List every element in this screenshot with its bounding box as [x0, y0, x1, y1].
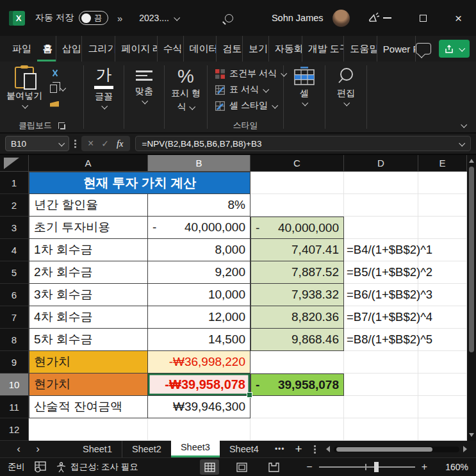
cell-c8[interactable]: 9,868.46: [250, 329, 344, 351]
cell-a4[interactable]: 1차 회수금: [29, 239, 148, 261]
cell-c11[interactable]: [250, 396, 344, 418]
column-header-a[interactable]: A: [29, 155, 148, 172]
row-header-5[interactable]: 5: [0, 261, 29, 284]
cell-a9[interactable]: 현가치: [29, 351, 148, 373]
collapse-ribbon-icon[interactable]: [461, 122, 467, 128]
autosave-toggle[interactable]: 끔: [79, 11, 108, 25]
share-button[interactable]: [439, 40, 470, 58]
cancel-icon[interactable]: ×: [88, 138, 94, 149]
tab-power-pivot[interactable]: Power P: [377, 36, 416, 62]
avatar[interactable]: [332, 10, 350, 27]
sheet-tab-sheet1[interactable]: Sheet1: [73, 441, 122, 457]
tab-automate[interactable]: 자동화: [268, 36, 302, 62]
cell-d3[interactable]: [344, 217, 418, 239]
page-break-view-button[interactable]: [264, 459, 283, 475]
vertical-scroll-thumb[interactable]: [469, 167, 474, 352]
cell-a2[interactable]: 년간 할인율: [29, 194, 148, 217]
zoom-out-button[interactable]: −: [306, 461, 312, 473]
tab-home[interactable]: 홈: [37, 36, 56, 62]
tab-data[interactable]: 데이터: [183, 36, 217, 62]
excel-logo-icon[interactable]: X: [9, 11, 25, 26]
cell-e12[interactable]: [418, 418, 467, 441]
scroll-down-icon[interactable]: [469, 433, 474, 437]
cell-e3[interactable]: [418, 217, 467, 239]
tab-review[interactable]: 검토: [216, 36, 242, 62]
row-header-12[interactable]: 12: [0, 418, 29, 441]
format-as-table-button[interactable]: 표 서식: [215, 84, 286, 95]
cell-d8[interactable]: =B8/(1+$B$2)^5: [344, 329, 418, 351]
number-format-menu-button[interactable]: % 표시 형 식: [165, 67, 207, 113]
scroll-left-icon[interactable]: [326, 446, 330, 452]
cell-b3[interactable]: - 40,000,000: [148, 217, 250, 239]
cell-d10[interactable]: [344, 373, 418, 396]
account-name[interactable]: Sohn James: [272, 13, 324, 23]
horizontal-scroll-thumb[interactable]: [336, 447, 432, 452]
cell-styles-button[interactable]: 셀 스타일: [215, 100, 286, 111]
page-layout-view-button[interactable]: [232, 459, 251, 475]
tab-file[interactable]: 파일: [6, 36, 32, 62]
dialog-launcher-icon[interactable]: [58, 122, 65, 129]
format-painter-button[interactable]: [50, 99, 59, 109]
cell-a11[interactable]: 산술적 잔여금액: [29, 396, 148, 418]
row-header-1[interactable]: 1: [0, 172, 29, 194]
add-sheet-button[interactable]: +: [295, 442, 302, 456]
vertical-scrollbar[interactable]: [467, 155, 476, 441]
sheet-next-button[interactable]: ›: [28, 443, 47, 455]
cell-d11[interactable]: [344, 396, 418, 418]
expand-formula-bar-icon[interactable]: [459, 140, 465, 146]
cell-c6[interactable]: 7,938.32: [250, 284, 344, 306]
cell-d6[interactable]: =B6/(1+$B$2)^3: [344, 284, 418, 306]
font-menu-button[interactable]: 가 글꼴: [88, 67, 120, 109]
cell-e11[interactable]: [418, 396, 467, 418]
row-header-3[interactable]: 3: [0, 217, 29, 239]
formula-input[interactable]: =NPV(B2,B4,B5,B6,B7,B8)+B3: [135, 136, 471, 151]
alignment-menu-button[interactable]: 맞춤: [129, 67, 160, 104]
tab-page-layout[interactable]: 페이지 레: [115, 36, 157, 62]
row-header-4[interactable]: 4: [0, 239, 29, 261]
tab-help[interactable]: 도움말: [343, 36, 377, 62]
cell-a8[interactable]: 5차 회수금: [29, 329, 148, 351]
cell-d2[interactable]: [344, 194, 418, 217]
cell-a7[interactable]: 4차 회수금: [29, 306, 148, 329]
cell-c3[interactable]: - 40,000,000: [250, 217, 344, 239]
cell-b7[interactable]: 12,000: [148, 306, 250, 329]
cell-c5[interactable]: 7,887.52: [250, 261, 344, 284]
normal-view-button[interactable]: [200, 459, 219, 475]
tab-developer[interactable]: 개발 도구: [302, 36, 344, 62]
cell-a5[interactable]: 2차 회수금: [29, 261, 148, 284]
cell-d12[interactable]: [344, 418, 418, 441]
cell-e1[interactable]: [418, 172, 467, 194]
cell-b2[interactable]: 8%: [148, 194, 250, 217]
cell-b6[interactable]: 10,000: [148, 284, 250, 306]
row-header-10[interactable]: 10: [0, 373, 29, 396]
cell-e2[interactable]: [418, 194, 467, 217]
cell-b10-active[interactable]: -₩39,958,078: [148, 373, 250, 396]
cell-c10[interactable]: - 39,958,078: [250, 373, 344, 396]
row-header-6[interactable]: 6: [0, 284, 29, 306]
cell-d4[interactable]: =B4/(1+$B$2)^1: [344, 239, 418, 261]
cell-b5[interactable]: 9,200: [148, 261, 250, 284]
row-header-2[interactable]: 2: [0, 194, 29, 217]
select-all-corner[interactable]: [0, 155, 29, 172]
column-header-c[interactable]: C: [250, 155, 344, 172]
cell-c12[interactable]: [250, 418, 344, 441]
cells-menu-button[interactable]: 셀: [287, 67, 322, 106]
minimize-button[interactable]: [383, 17, 391, 19]
cell-d1[interactable]: [344, 172, 418, 194]
comments-icon[interactable]: [416, 43, 431, 54]
cell-e9[interactable]: [418, 351, 467, 373]
tab-draw[interactable]: 그리기: [81, 36, 115, 62]
megaphone-icon[interactable]: [366, 11, 381, 25]
cell-c9[interactable]: [250, 351, 344, 373]
cell-a10[interactable]: 현가치: [29, 373, 148, 396]
zoom-level[interactable]: 160%: [440, 462, 468, 472]
sheet-tab-sheet4[interactable]: Sheet4: [220, 441, 268, 457]
row-header-7[interactable]: 7: [0, 306, 29, 329]
zoom-in-button[interactable]: +: [422, 461, 427, 473]
column-header-b[interactable]: B: [148, 155, 250, 172]
cell-c4[interactable]: 7,407.41: [250, 239, 344, 261]
scroll-right-icon[interactable]: [463, 446, 467, 452]
cell-b8[interactable]: 14,500: [148, 329, 250, 351]
cell-c7[interactable]: 8,820.36: [250, 306, 344, 329]
sheet-prev-button[interactable]: ‹: [9, 443, 28, 455]
